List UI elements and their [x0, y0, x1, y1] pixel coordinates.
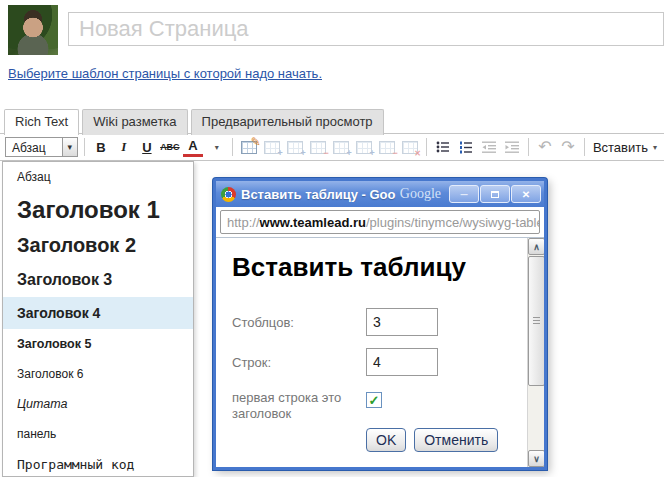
editor-tabs: Rich Text Wiki разметка Предварительный … [4, 109, 384, 135]
insert-column-before-icon: + [333, 141, 349, 154]
numbered-list-button[interactable] [456, 137, 476, 157]
format-option-heading1[interactable]: Заголовок 1 [3, 192, 193, 230]
delete-column-button[interactable]: − [377, 137, 397, 157]
user-avatar[interactable] [8, 5, 58, 55]
insert-column-after-button[interactable]: + [354, 137, 374, 157]
rows-row: Строк: [232, 348, 512, 376]
toolbar-separator [426, 138, 427, 156]
insert-menu-label: Вставить [593, 140, 648, 155]
url-scheme: http:// [227, 215, 260, 230]
italic-button[interactable]: I [114, 137, 134, 157]
window-controls: ─ ✕ [449, 185, 541, 203]
format-option-heading5[interactable]: Заголовок 5 [3, 329, 193, 359]
strikethrough-button[interactable]: ABC [160, 137, 180, 157]
scroll-down-button[interactable]: ∨ [528, 450, 544, 467]
undo-button[interactable]: ↶ [535, 137, 555, 157]
url-host: www.teamlead.ru [260, 215, 366, 230]
format-option-heading3[interactable]: Заголовок 3 [3, 263, 193, 297]
maximize-icon [491, 191, 499, 198]
format-option-heading4[interactable]: Заголовок 4 [3, 297, 193, 329]
cancel-button[interactable]: Отменить [414, 428, 498, 452]
format-option-code[interactable]: Программный код [3, 449, 193, 477]
delete-column-icon: − [379, 141, 395, 154]
format-option-heading6[interactable]: Заголовок 6 [3, 359, 193, 389]
columns-row: Стоблцов: [232, 308, 512, 336]
format-dropdown-panel: Абзац Заголовок 1 Заголовок 2 Заголовок … [2, 161, 194, 477]
delete-row-icon: − [310, 141, 326, 154]
close-button[interactable]: ✕ [511, 185, 541, 203]
format-option-paragraph[interactable]: Абзац [3, 162, 193, 192]
insert-row-before-button[interactable]: + [262, 137, 282, 157]
bullet-list-button[interactable] [433, 137, 453, 157]
insert-row-before-icon: + [264, 141, 280, 154]
insert-menu-button[interactable]: Вставить ▾ [591, 140, 659, 155]
insert-table-icon: ✎ [241, 141, 257, 154]
font-color-button[interactable]: A [183, 138, 203, 157]
tab-wiki-markup[interactable]: Wiki разметка [82, 109, 187, 135]
google-wordmark: Google [400, 186, 441, 202]
popup-url-bar: http://www.teamlead.ru/plugins/tinymce/w… [216, 207, 544, 237]
delete-row-button[interactable]: − [308, 137, 328, 157]
font-color-arrow-icon[interactable]: ▾ [206, 137, 226, 157]
format-option-panel[interactable]: панель [3, 419, 193, 449]
chrome-browser-icon [221, 187, 236, 202]
insert-table-button[interactable]: ✎ [239, 137, 259, 157]
choose-template-link[interactable]: Выберите шаблон страницы с которой надо … [8, 66, 322, 81]
dialog-buttons: OK Отменить [366, 428, 512, 452]
maximize-button[interactable] [480, 185, 510, 203]
format-combobox[interactable]: Абзац ▾ [5, 137, 78, 157]
redo-button[interactable]: ↷ [558, 137, 578, 157]
format-combobox-value: Абзац [6, 138, 62, 156]
page-title-input[interactable] [68, 12, 664, 46]
format-option-quote[interactable]: Цитата [3, 389, 193, 419]
url-path: /plugins/tinymce/wysiwyg-table.action [366, 215, 540, 230]
delete-table-button[interactable]: ✕ [400, 137, 420, 157]
underline-button[interactable]: U [137, 137, 157, 157]
bullet-list-icon [435, 139, 451, 155]
insert-menu-arrow-icon: ▾ [653, 143, 657, 152]
columns-input[interactable] [366, 308, 438, 336]
tab-rich-text[interactable]: Rich Text [4, 109, 79, 135]
insert-row-after-button[interactable]: + [285, 137, 305, 157]
dialog-heading: Вставить таблицу [232, 252, 544, 283]
tab-preview[interactable]: Предварительный просмотр [191, 109, 384, 135]
insert-row-after-icon: + [287, 141, 303, 154]
popup-window-title: Вставить таблицу - Goo... [241, 187, 396, 202]
toolbar-separator [84, 138, 85, 156]
combo-arrow-icon[interactable]: ▾ [62, 138, 77, 156]
format-option-heading2[interactable]: Заголовок 2 [3, 230, 193, 263]
outdent-icon [481, 139, 497, 155]
scrollbar-thumb[interactable] [528, 256, 544, 386]
insert-table-form: Стоблцов: Строк: первая строка это загол… [232, 308, 512, 452]
header-row-checkbox[interactable]: ✓ [366, 392, 382, 408]
bold-button[interactable]: B [91, 137, 111, 157]
insert-column-after-icon: + [356, 141, 372, 154]
indent-button[interactable] [502, 137, 522, 157]
header-row-label: первая строка это заголовок [232, 388, 366, 422]
popup-scrollbar[interactable]: ∧ ∨ [527, 238, 544, 467]
insert-column-before-button[interactable]: + [331, 137, 351, 157]
url-input[interactable]: http://www.teamlead.ru/plugins/tinymce/w… [220, 210, 540, 234]
rows-input[interactable] [366, 348, 438, 376]
outdent-button[interactable] [479, 137, 499, 157]
checkmark-icon: ✓ [369, 393, 380, 408]
columns-label: Стоблцов: [232, 308, 366, 336]
indent-icon [504, 139, 520, 155]
editor-toolbar: Абзац ▾ B I U ABC A ▾ ✎ + + − + + − ✕ [0, 133, 664, 161]
toolbar-separator [528, 138, 529, 156]
toolbar-separator [232, 138, 233, 156]
insert-table-popup-window: Вставить таблицу - Goo... Google ─ ✕ htt… [213, 178, 547, 470]
minimize-button[interactable]: ─ [449, 185, 479, 203]
ok-button[interactable]: OK [366, 428, 406, 452]
toolbar-separator [584, 138, 585, 156]
popup-content: Вставить таблицу Стоблцов: Строк: первая… [216, 237, 544, 467]
delete-table-icon: ✕ [402, 141, 418, 154]
header-row-row: первая строка это заголовок ✓ [232, 388, 512, 422]
numbered-list-icon [458, 139, 474, 155]
scroll-up-button[interactable]: ∧ [528, 238, 544, 255]
popup-titlebar[interactable]: Вставить таблицу - Goo... Google ─ ✕ [216, 181, 544, 207]
rows-label: Строк: [232, 348, 366, 376]
